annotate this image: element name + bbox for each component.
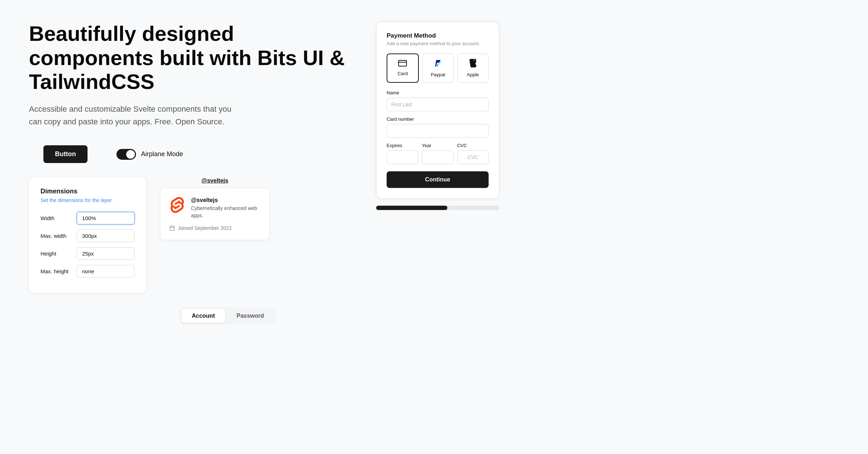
card-label: Card <box>397 71 408 76</box>
expires-group: Expires <box>387 143 418 164</box>
height-label: Height <box>41 250 77 257</box>
max-width-row: Max. width <box>41 230 135 242</box>
payment-method-apple[interactable]: Apple <box>457 53 489 83</box>
expires-label: Expires <box>387 143 418 148</box>
name-input[interactable] <box>387 98 489 111</box>
cvc-label: CVC <box>457 143 489 148</box>
toggle-knob <box>126 150 135 159</box>
progress-bar-fill <box>376 206 447 210</box>
width-row: Width <box>41 212 135 224</box>
toggle-label: Airplane Mode <box>141 150 183 158</box>
height-input[interactable] <box>77 247 135 260</box>
max-width-label: Max. width <box>41 233 77 239</box>
paypal-label: Paypal <box>431 72 445 77</box>
svg-rect-0 <box>170 226 174 230</box>
hero-title: Beautifully designed components built wi… <box>29 22 354 94</box>
payment-method-paypal[interactable]: Paypal <box>422 53 454 83</box>
name-label: Name <box>387 90 489 95</box>
paypal-icon <box>434 59 442 70</box>
payment-subtitle: Add a new payment method to your account… <box>387 41 489 46</box>
payment-method-card[interactable]: Card <box>387 53 419 83</box>
card-number-label: Card number <box>387 116 489 122</box>
profile-name: @sveltejs <box>191 197 260 204</box>
year-input[interactable] <box>422 150 453 164</box>
payment-methods: Card Paypal <box>387 53 489 83</box>
year-label: Year <box>422 143 453 148</box>
tabs-container: Account Password <box>180 307 276 325</box>
dimensions-subtitle: Set the dimensions for the layer. <box>41 197 135 203</box>
width-input[interactable] <box>77 212 135 224</box>
tab-password[interactable]: Password <box>226 309 274 323</box>
payment-section: Payment Method Add a new payment method … <box>376 22 499 210</box>
dimensions-card: Dimensions Set the dimensions for the la… <box>29 177 146 293</box>
svg-rect-4 <box>399 60 407 66</box>
apple-icon <box>469 59 477 70</box>
cvc-group: CVC <box>457 143 489 164</box>
airplane-mode-toggle[interactable] <box>116 149 136 160</box>
card-icon <box>398 59 407 69</box>
hero-subtitle: Accessible and customizable Svelte compo… <box>29 103 246 128</box>
button-component[interactable]: Button <box>43 145 88 163</box>
name-field-group: Name <box>387 90 489 111</box>
toggle-row: Airplane Mode <box>116 149 183 160</box>
width-label: Width <box>41 215 77 221</box>
year-group: Year <box>422 143 453 164</box>
profile-card: @sveltejs Cybernetically enhanced web ap… <box>161 188 269 239</box>
payment-title: Payment Method <box>387 32 489 39</box>
cvc-input[interactable] <box>457 150 489 164</box>
apple-label: Apple <box>467 72 479 77</box>
profile-description: Cybernetically enhanced web apps. <box>191 205 260 219</box>
height-row: Height <box>41 247 135 260</box>
max-height-label: Max. height <box>41 268 77 274</box>
profile-section: @sveltejs @sveltejs Cybernetically enhan… <box>161 177 269 239</box>
max-height-row: Max. height <box>41 265 135 278</box>
calendar-icon <box>169 225 175 231</box>
card-number-field-group: Card number <box>387 116 489 138</box>
profile-handle-link[interactable]: @sveltejs <box>201 177 228 184</box>
tab-account[interactable]: Account <box>182 309 225 323</box>
max-width-input[interactable] <box>77 230 135 242</box>
payment-card: Payment Method Add a new payment method … <box>376 22 499 198</box>
progress-bar-container <box>376 206 499 210</box>
continue-button[interactable]: Continue <box>387 171 489 188</box>
expires-row: Expires Year CVC <box>387 143 489 164</box>
max-height-input[interactable] <box>77 265 135 278</box>
profile-joined: Joined September 2022 <box>169 225 260 231</box>
svelte-logo-icon <box>169 197 185 213</box>
card-number-input[interactable] <box>387 124 489 138</box>
dimensions-title: Dimensions <box>41 188 135 195</box>
joined-text: Joined September 2022 <box>178 225 232 231</box>
expires-input[interactable] <box>387 150 418 164</box>
